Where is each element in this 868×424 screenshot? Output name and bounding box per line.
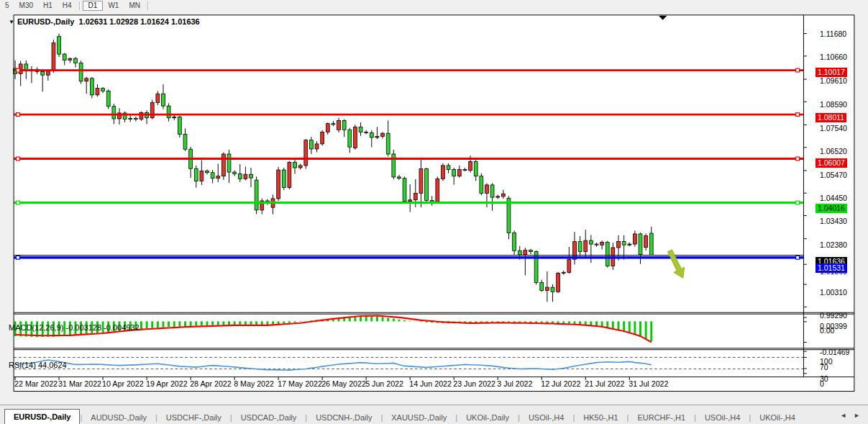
candle-body bbox=[309, 140, 313, 149]
chart-tab-eurusd-daily[interactable]: EURUSD-,Daily bbox=[4, 409, 80, 424]
timeframe-toolbar: 5M30H1H4D1W1MN bbox=[0, 0, 868, 12]
candle-body bbox=[430, 200, 434, 202]
candle-body bbox=[321, 132, 324, 144]
candle-body bbox=[332, 124, 335, 125]
scroll-right-icon[interactable]: ► bbox=[850, 412, 864, 419]
candle-body bbox=[129, 118, 132, 119]
candle-body bbox=[436, 179, 439, 202]
candle-body bbox=[534, 251, 538, 282]
candle-body bbox=[90, 78, 93, 95]
date-label: 26 May 2022 bbox=[321, 379, 366, 388]
timeframe-button-mn[interactable]: MN bbox=[124, 1, 145, 11]
line-handle[interactable] bbox=[17, 201, 20, 204]
candle-body bbox=[221, 154, 225, 176]
candle-body bbox=[74, 58, 78, 63]
candle-body bbox=[644, 235, 648, 247]
candle-body bbox=[46, 71, 50, 76]
candle-body bbox=[578, 242, 582, 252]
candle-body bbox=[490, 185, 494, 197]
candle-body bbox=[244, 174, 247, 179]
chart-window[interactable]: 22 Mar 202231 Mar 202210 Apr 202219 Apr … bbox=[0, 12, 868, 405]
toolbar-separator bbox=[147, 1, 149, 10]
line-handle[interactable] bbox=[17, 68, 20, 72]
candle-body bbox=[545, 287, 549, 290]
mt4-window: 5M30H1H4D1W1MN 22 Mar 202231 Mar 202210 … bbox=[0, 0, 868, 424]
candle-body bbox=[392, 154, 396, 177]
candle-body bbox=[68, 58, 72, 60]
candle-body bbox=[633, 234, 636, 244]
candle-body bbox=[442, 166, 445, 179]
candle-body bbox=[288, 162, 291, 187]
candle-body bbox=[233, 172, 237, 173]
candle-body bbox=[206, 171, 209, 173]
candle-body bbox=[194, 168, 198, 181]
candle-body bbox=[375, 136, 379, 137]
date-label: 28 Apr 2022 bbox=[190, 379, 232, 388]
line-handle[interactable] bbox=[796, 68, 800, 72]
candle-body bbox=[595, 244, 598, 245]
line-handle[interactable] bbox=[796, 157, 800, 161]
timeframe-button-d1[interactable]: D1 bbox=[83, 1, 104, 11]
candle-body bbox=[386, 133, 390, 154]
chart-tab-usoil-h4[interactable]: USOil-,H4 bbox=[696, 410, 749, 424]
timeframe-button-w1[interactable]: W1 bbox=[103, 1, 124, 11]
candle-body bbox=[156, 94, 160, 102]
candle-body bbox=[600, 243, 604, 245]
candle-body bbox=[551, 287, 554, 292]
candle-body bbox=[304, 140, 308, 166]
candle-body bbox=[606, 243, 609, 266]
chart-tab-usoil-h4[interactable]: USOil-,H4 bbox=[520, 410, 573, 424]
candle-body bbox=[85, 78, 88, 81]
line-handle[interactable] bbox=[17, 157, 20, 161]
candle-body bbox=[365, 132, 368, 132]
candle-body bbox=[200, 171, 204, 181]
scroll-left-icon[interactable]: ◄ bbox=[836, 412, 850, 419]
candle-body bbox=[529, 251, 533, 252]
line-handle[interactable] bbox=[17, 256, 20, 259]
candle-body bbox=[562, 272, 565, 273]
chart-tab-eurchf-h1[interactable]: EURCHF-,H1 bbox=[629, 410, 694, 424]
candle-body bbox=[255, 180, 258, 210]
candle-body bbox=[469, 161, 472, 170]
chart-tab-ukoil-h4[interactable]: UKOil-,H4 bbox=[751, 410, 804, 424]
candle-body bbox=[162, 94, 165, 106]
date-label: 14 Jun 2022 bbox=[409, 379, 452, 388]
candle-body bbox=[447, 166, 450, 170]
candle-body bbox=[52, 43, 55, 71]
date-label: 22 Mar 2022 bbox=[14, 379, 58, 388]
candle-body bbox=[381, 133, 385, 136]
candle-body bbox=[63, 54, 66, 60]
chart-tab-hk50-h1[interactable]: HK50-,H1 bbox=[575, 410, 626, 424]
candle-body bbox=[315, 144, 319, 149]
candle-body bbox=[134, 118, 137, 119]
chart-tab-audusd-daily[interactable]: AUDUSD-,Daily bbox=[82, 410, 155, 424]
timeframe-button-h4[interactable]: H4 bbox=[58, 1, 77, 11]
candle-body bbox=[96, 89, 99, 95]
candle-body bbox=[277, 170, 280, 199]
candle-body bbox=[342, 120, 346, 130]
candle-body bbox=[359, 127, 362, 132]
chart-tab-usdcnh-daily[interactable]: USDCNH-,Daily bbox=[307, 410, 380, 424]
timeframe-button-m30[interactable]: M30 bbox=[14, 1, 38, 11]
chart-tab-usdcad-daily[interactable]: USDCAD-,Daily bbox=[232, 410, 306, 424]
candle-body bbox=[419, 169, 423, 194]
toolbar-separator bbox=[79, 1, 81, 10]
timeframe-button-h1[interactable]: H1 bbox=[38, 1, 58, 11]
candle-body bbox=[589, 240, 593, 244]
date-label: 31 Jul 2022 bbox=[629, 379, 668, 388]
chart-tab-ukoil-daily[interactable]: UKOil-,Daily bbox=[457, 410, 518, 424]
line-handle[interactable] bbox=[796, 113, 800, 117]
chart-tab-usdchf-daily[interactable]: USDCHF-,Daily bbox=[157, 410, 230, 424]
line-handle[interactable] bbox=[796, 256, 800, 259]
candle-body bbox=[370, 133, 373, 137]
timeframe-button-5[interactable]: 5 bbox=[0, 1, 14, 11]
line-handle[interactable] bbox=[17, 113, 20, 117]
date-label: 31 Mar 2022 bbox=[58, 379, 101, 388]
candle-body bbox=[183, 134, 187, 149]
candle-body bbox=[518, 251, 521, 255]
chart-tab-xauusd-daily[interactable]: XAUUSD-,Daily bbox=[383, 410, 455, 424]
line-handle[interactable] bbox=[796, 201, 800, 204]
chart-canvas[interactable]: 22 Mar 202231 Mar 202210 Apr 202219 Apr … bbox=[0, 12, 868, 405]
candle-body bbox=[238, 174, 242, 179]
candle-body bbox=[408, 200, 412, 202]
